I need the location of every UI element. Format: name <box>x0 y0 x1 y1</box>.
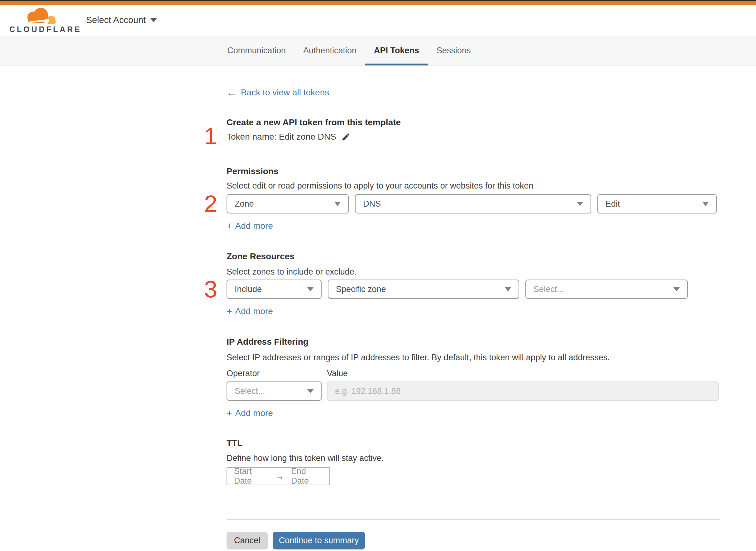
tab-group: Communication Authentication API Tokens … <box>218 36 479 65</box>
chevron-down-icon <box>307 288 313 292</box>
plus-icon: + <box>226 306 232 317</box>
ttl-description: Define how long this token will stay act… <box>226 454 384 463</box>
back-link-label: Back to view all tokens <box>241 88 329 97</box>
permission-access-value: Edit <box>606 199 620 209</box>
ip-value-input[interactable] <box>327 382 719 401</box>
ttl-date-range-picker[interactable]: Start Date → End Date <box>226 467 330 485</box>
zone-resources-add-more-link[interactable]: + Add more <box>226 306 273 317</box>
footer-divider <box>226 519 720 520</box>
ip-operator-select[interactable]: Select... <box>226 382 321 401</box>
right-arrow-icon: → <box>275 471 284 482</box>
zone-operator-value: Include <box>235 285 262 294</box>
ttl-title: TTL <box>226 439 242 449</box>
zone-resources-title: Zone Resources <box>226 251 294 261</box>
account-selector[interactable]: Select Account <box>86 5 157 35</box>
end-date-placeholder: End Date <box>291 467 322 486</box>
zone-resources-row: Include Specific zone Select... <box>226 280 688 299</box>
cloudflare-logo[interactable]: CLOUDFLARE <box>9 7 69 34</box>
plus-icon: + <box>226 221 232 231</box>
permission-service-select[interactable]: DNS <box>355 194 591 213</box>
step-number-2: 2 <box>204 192 220 216</box>
ip-filtering-title: IP Address Filtering <box>226 337 308 347</box>
edit-pencil-icon[interactable] <box>341 132 350 141</box>
permissions-description: Select edit or read permissions to apply… <box>226 181 534 191</box>
zone-resources-description: Select zones to include or exclude. <box>226 267 356 277</box>
permissions-row: Zone DNS Edit <box>226 194 717 213</box>
tab-bar: Communication Authentication API Tokens … <box>0 36 756 66</box>
add-more-label: Add more <box>235 408 273 418</box>
zone-type-value: Specific zone <box>336 285 386 294</box>
zone-select[interactable]: Select... <box>525 280 688 299</box>
tab-authentication[interactable]: Authentication <box>294 36 365 65</box>
ip-filtering-description: Select IP addresses or ranges of IP addr… <box>226 353 610 363</box>
main-content: ← Back to view all tokens 1 Create a new… <box>226 66 719 551</box>
permissions-title: Permissions <box>226 166 278 176</box>
cloudflare-cloud-icon <box>9 7 69 25</box>
operator-label: Operator <box>226 369 260 378</box>
app-header: CLOUDFLARE Select Account <box>0 5 756 35</box>
token-name-text: Token name: Edit zone DNS <box>226 132 336 142</box>
permission-service-value: DNS <box>363 199 381 209</box>
step-number-3: 3 <box>204 278 220 301</box>
create-token-title: Create a new API token from this templat… <box>226 117 401 127</box>
accent-topbar <box>0 1 756 5</box>
tab-communication[interactable]: Communication <box>218 36 294 65</box>
token-name-row: Token name: Edit zone DNS <box>226 132 350 142</box>
zone-type-select[interactable]: Specific zone <box>328 280 519 299</box>
value-label: Value <box>327 369 348 378</box>
permission-scope-select[interactable]: Zone <box>226 194 349 213</box>
cancel-button[interactable]: Cancel <box>226 532 268 549</box>
chevron-down-icon <box>334 202 340 206</box>
chevron-down-icon <box>577 202 583 206</box>
permission-access-select[interactable]: Edit <box>597 194 717 213</box>
ip-filtering-add-more-link[interactable]: + Add more <box>226 408 273 419</box>
chevron-down-icon <box>150 18 157 22</box>
add-more-label: Add more <box>235 221 273 231</box>
back-to-tokens-link[interactable]: ← Back to view all tokens <box>226 88 329 97</box>
add-more-label: Add more <box>235 307 273 316</box>
ip-filtering-row: Select... <box>226 382 719 401</box>
chevron-down-icon <box>307 389 313 393</box>
tab-api-tokens[interactable]: API Tokens <box>365 36 428 65</box>
zone-operator-select[interactable]: Include <box>226 280 321 299</box>
start-date-placeholder: Start Date <box>234 467 268 486</box>
logo-wordmark: CLOUDFLARE <box>9 25 69 34</box>
step-number-1: 1 <box>204 124 220 148</box>
chevron-down-icon <box>702 202 709 206</box>
permission-scope-value: Zone <box>235 199 254 209</box>
tab-sessions[interactable]: Sessions <box>428 36 480 65</box>
left-arrow-icon: ← <box>226 88 236 97</box>
chevron-down-icon <box>673 288 680 292</box>
continue-to-summary-button[interactable]: Continue to summary <box>273 532 365 549</box>
footer-actions: Cancel Continue to summary <box>226 532 365 549</box>
permissions-add-more-link[interactable]: + Add more <box>226 221 273 231</box>
chevron-down-icon <box>505 288 511 292</box>
account-selector-label: Select Account <box>86 15 146 25</box>
zone-select-placeholder: Select... <box>534 285 564 294</box>
ip-operator-placeholder: Select... <box>235 387 265 396</box>
plus-icon: + <box>226 408 232 419</box>
